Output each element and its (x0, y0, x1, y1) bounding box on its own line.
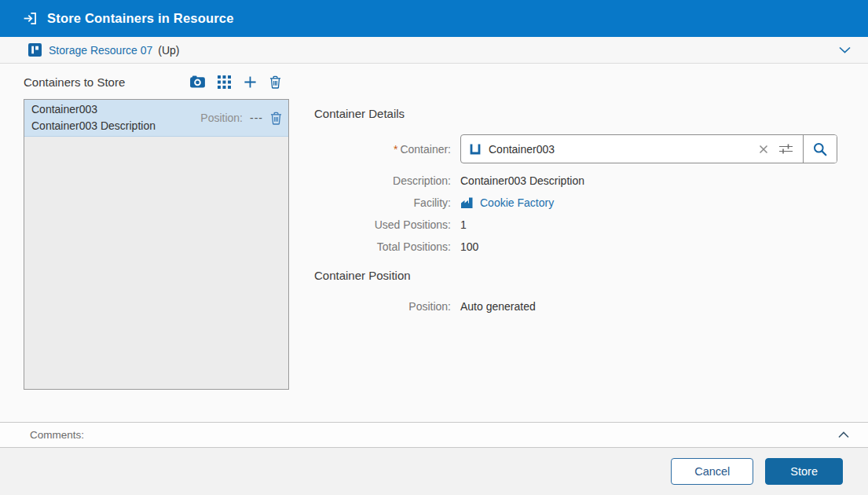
description-row: Description: Container003 Description (314, 170, 845, 192)
cancel-button[interactable]: Cancel (671, 458, 753, 485)
container-field-label: *Container: (314, 143, 460, 156)
required-marker: * (394, 143, 397, 156)
factory-icon (460, 197, 474, 208)
position-row: Position: Auto generated (314, 295, 845, 317)
containers-panel-title: Containers to Store (24, 75, 125, 89)
chevron-up-icon[interactable] (838, 431, 849, 438)
store-arrow-icon (22, 10, 38, 27)
trash-icon[interactable] (269, 75, 281, 89)
resource-bar: Storage Resource 07 (Up) (0, 37, 868, 64)
plus-icon[interactable] (244, 75, 257, 89)
containers-list: Container003 Container003 Description Po… (24, 99, 289, 390)
storage-resource-icon (28, 43, 42, 57)
resource-name-link[interactable]: Storage Resource 07 (49, 44, 152, 57)
search-icon (813, 142, 827, 156)
search-button[interactable] (803, 135, 837, 163)
description-label: Description: (314, 174, 460, 187)
grid-icon[interactable] (218, 75, 231, 89)
list-item-texts: Container003 Container003 Description (31, 101, 156, 134)
dialog-footer: Cancel Store (0, 448, 868, 495)
list-item-position: Position: --- (200, 112, 282, 125)
chevron-down-icon[interactable] (839, 46, 851, 53)
container-details-panel: Container Details *Container: Container0… (314, 64, 845, 317)
total-positions-value: 100 (460, 240, 478, 253)
containers-panel-header: Containers to Store (24, 64, 289, 99)
details-info-rows: Description: Container003 Description Fa… (314, 170, 845, 258)
container-field-row: *Container: Container003 (314, 134, 845, 163)
container-position-title: Container Position (314, 269, 845, 283)
list-item-description: Container003 Description (31, 118, 156, 134)
containers-panel: Containers to Store (24, 64, 289, 390)
trash-icon[interactable] (270, 112, 282, 125)
filter-sliders-icon[interactable] (778, 143, 793, 155)
facility-row: Facility: Cookie Factory (314, 192, 845, 214)
dialog-header: Store Containers in Resource (0, 0, 868, 37)
facility-link[interactable]: Cookie Factory (460, 196, 554, 209)
total-positions-row: Total Positions: 100 (314, 236, 845, 258)
container-lookup-field: Container003 (460, 134, 837, 163)
container-list-item[interactable]: Container003 Container003 Description Po… (24, 100, 288, 137)
dialog-title: Store Containers in Resource (47, 11, 234, 26)
container-icon (469, 143, 482, 156)
container-input-value: Container003 (489, 143, 751, 156)
comments-bar[interactable]: Comments: (0, 422, 868, 448)
clear-x-icon[interactable] (759, 145, 768, 154)
facility-label: Facility: (314, 196, 460, 209)
facility-value: Cookie Factory (480, 196, 554, 209)
input-icons (759, 135, 803, 163)
used-positions-value: 1 (460, 218, 467, 231)
used-positions-row: Used Positions: 1 (314, 214, 845, 236)
list-item-name: Container003 (31, 101, 156, 118)
comments-label: Comments: (30, 429, 84, 441)
store-button[interactable]: Store (765, 458, 843, 485)
resource-status: (Up) (158, 44, 179, 57)
position-label: Position: (200, 112, 243, 124)
container-details-title: Container Details (314, 107, 845, 121)
position-value: Auto generated (460, 300, 536, 313)
position-value: --- (250, 112, 263, 124)
container-input[interactable]: Container003 (461, 135, 759, 163)
containers-toolbar (190, 75, 289, 89)
position-label: Position: (314, 300, 460, 313)
description-value: Container003 Description (460, 174, 584, 187)
total-positions-label: Total Positions: (314, 240, 460, 253)
used-positions-label: Used Positions: (314, 218, 460, 231)
camera-icon[interactable] (190, 75, 205, 88)
